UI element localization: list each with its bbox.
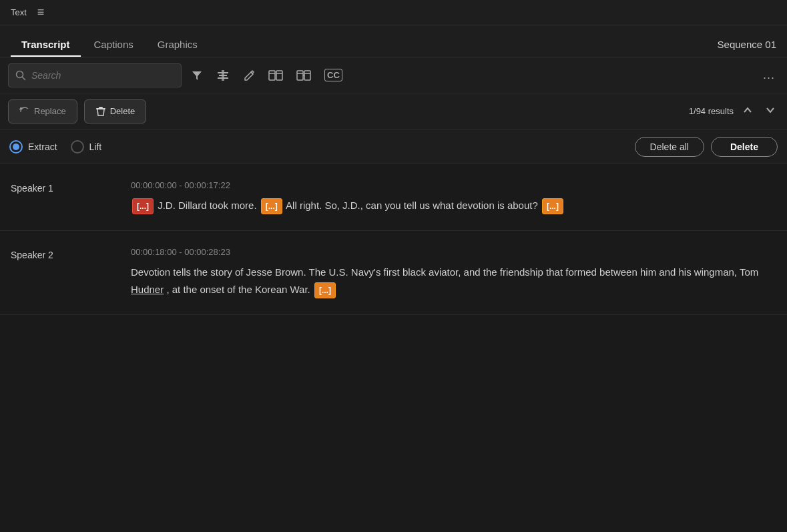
menu-button[interactable]: ≡	[33, 3, 49, 22]
svg-rect-8	[269, 71, 275, 80]
extract-lift-bar: Extract Lift Delete all Delete	[0, 129, 787, 164]
token-orange-1[interactable]: [...]	[261, 198, 282, 214]
app-title: Text	[11, 7, 27, 17]
speaker-2-content: 00:00:18:00 - 00:00:28:23 Devotion tells…	[131, 247, 776, 298]
tab-transcript[interactable]: Transcript	[11, 32, 81, 57]
speaker-2-timestamp: 00:00:18:00 - 00:00:28:23	[131, 247, 766, 257]
svg-marker-2	[192, 71, 202, 80]
svg-rect-13	[304, 71, 310, 80]
replace-icon	[19, 106, 30, 117]
speaker-2-text: Devotion tells the story of Jesse Brown.…	[131, 264, 766, 298]
more-icon: ...	[763, 68, 775, 82]
svg-rect-16	[96, 108, 105, 109]
text-segment-3: Devotion tells the story of Jesse Brown.…	[131, 266, 758, 278]
search-input[interactable]	[31, 70, 174, 81]
extract-option[interactable]: Extract	[9, 140, 57, 154]
text-segment-1: J.D. Dillard took more.	[158, 200, 260, 211]
scene-split-button[interactable]	[264, 67, 287, 84]
lift-option[interactable]: Lift	[71, 140, 102, 154]
results-area: 1/94 results	[689, 104, 779, 119]
token-orange-3[interactable]: [...]	[314, 282, 336, 298]
edit-button[interactable]	[239, 67, 259, 84]
speaker-1-name: Speaker 1	[11, 180, 131, 214]
radio-group: Extract Lift	[9, 140, 101, 154]
scene-merge-icon	[296, 69, 311, 81]
extract-label: Extract	[28, 142, 57, 152]
text-hudner: Hudner	[131, 284, 164, 295]
delete-confirm-button[interactable]: Delete	[711, 137, 778, 157]
scene-merge-button[interactable]	[292, 67, 315, 84]
text-segment-4: , at the onset of the Korean War.	[166, 284, 313, 295]
search-box	[8, 63, 182, 87]
cc-button[interactable]: CC	[320, 66, 346, 84]
cc-icon: CC	[324, 69, 342, 81]
speaker-block-1: Speaker 1 00:00:00:00 - 00:00:17:22 [...…	[0, 164, 787, 231]
svg-rect-12	[297, 71, 303, 80]
action-buttons: Delete all Delete	[635, 137, 778, 157]
toolbar: CC ...	[0, 57, 787, 93]
more-options-button[interactable]: ...	[759, 65, 779, 85]
next-result-button[interactable]	[762, 104, 779, 119]
delete-all-button[interactable]: Delete all	[635, 137, 704, 157]
scene-icon	[268, 69, 283, 81]
transcript-area: Speaker 1 00:00:00:00 - 00:00:17:22 [...…	[0, 164, 787, 532]
chevron-down-icon	[766, 105, 775, 115]
speaker-2-name: Speaker 2	[11, 247, 131, 298]
svg-rect-17	[99, 107, 103, 108]
search-icon	[15, 70, 26, 81]
prev-result-button[interactable]	[739, 104, 756, 119]
pencil-icon	[243, 69, 255, 81]
action-bar: Replace Delete 1/94 results	[0, 93, 787, 129]
speaker-1-timestamp: 00:00:00:00 - 00:00:17:22	[131, 180, 766, 190]
filter-button[interactable]	[187, 67, 207, 84]
lift-label: Lift	[89, 142, 102, 152]
speaker-1-content: 00:00:00:00 - 00:00:17:22 [...] J.D. Dil…	[131, 180, 776, 214]
trash-icon	[95, 106, 106, 117]
svg-line-1	[23, 77, 25, 79]
speaker-1-text: [...] J.D. Dillard took more. [...] All …	[131, 197, 766, 214]
filter-icon	[191, 69, 203, 81]
extract-radio[interactable]	[9, 140, 23, 154]
speaker-block-2: Speaker 2 00:00:18:00 - 00:00:28:23 Devo…	[0, 231, 787, 315]
delete-button[interactable]: Delete	[84, 99, 147, 123]
results-count: 1/94 results	[689, 106, 734, 116]
sequence-label: Sequence 01	[718, 39, 776, 57]
lift-radio[interactable]	[71, 140, 84, 154]
align-button[interactable]	[212, 67, 234, 84]
align-icon	[216, 69, 230, 81]
tab-graphics[interactable]: Graphics	[147, 32, 208, 57]
replace-button[interactable]: Replace	[8, 99, 77, 123]
token-orange-2[interactable]: [...]	[542, 198, 563, 214]
tab-captions[interactable]: Captions	[83, 32, 144, 57]
svg-rect-9	[276, 71, 282, 80]
tab-bar: Transcript Captions Graphics Sequence 01	[0, 25, 787, 57]
text-segment-2: All right. So, J.D., can you tell us wha…	[286, 200, 541, 211]
extract-radio-dot	[13, 144, 19, 150]
token-red-1[interactable]: [...]	[132, 198, 154, 214]
top-bar: Text ≡	[0, 0, 787, 25]
chevron-up-icon	[743, 105, 752, 115]
